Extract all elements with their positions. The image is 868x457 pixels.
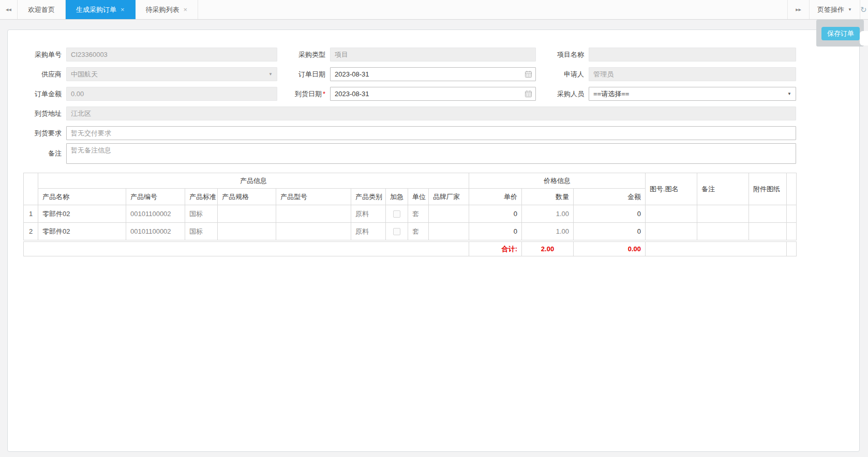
cell-product-name: 零部件02 [38, 223, 126, 240]
purchase-order-form: 采购单号 采购类型 项目名称 供应商 中国航天 ▼ 订单日期 [8, 30, 859, 164]
order-date-field[interactable] [330, 67, 536, 81]
urgent-checkbox[interactable] [393, 228, 400, 235]
cell-product-spec [218, 223, 276, 240]
tab-label: 待采购列表 [146, 5, 179, 14]
product-standard-header: 产品标准 [185, 189, 218, 205]
cell-spacer [787, 205, 797, 223]
cell-remark [697, 205, 749, 223]
scroll-left-icon: ◀◀ [6, 8, 11, 12]
arrival-date-field[interactable] [330, 87, 536, 101]
drawing-header: 图号.图名 [646, 173, 697, 205]
arrival-date-label-text: 到货日期 [295, 90, 322, 98]
tab-bar-right-controls: ▶▶ 页签操作 ▼ ↻ [787, 0, 868, 19]
refresh-glyph: ↻ [860, 5, 867, 14]
tab-welcome-home[interactable]: 欢迎首页 [18, 0, 66, 19]
total-amount: 0.00 [574, 242, 646, 256]
tab-label: 生成采购订单 [76, 5, 116, 14]
tab-operations-label: 页签操作 [817, 5, 844, 14]
arrival-address-label: 到货地址 [8, 106, 66, 120]
cell-product-code: 00101100002 [126, 223, 185, 240]
project-name-label: 项目名称 [536, 48, 589, 62]
cell-product-model [276, 223, 351, 240]
price-info-group-header: 价格信息 [469, 173, 646, 189]
corner-decoration [860, 31, 868, 45]
tab-label: 欢迎首页 [28, 5, 55, 14]
required-asterisk: * [323, 90, 325, 98]
cell-drawing [646, 205, 697, 223]
po-type-field [330, 48, 536, 62]
close-icon[interactable]: × [184, 6, 188, 13]
cell-brand [429, 223, 469, 240]
po-number-label: 采购单号 [8, 48, 66, 62]
cell-unit: 套 [408, 205, 429, 223]
chevron-down-icon: ▼ [848, 7, 852, 12]
cell-product-code: 00101100002 [126, 205, 185, 223]
calendar-icon [525, 70, 532, 78]
po-type-label: 采购类型 [277, 48, 330, 62]
brand-header: 品牌厂家 [429, 189, 469, 205]
close-icon[interactable]: × [121, 6, 125, 13]
cell-attachment [749, 205, 787, 223]
scroll-right-icon: ▶▶ [796, 8, 801, 12]
applicant-field [589, 67, 796, 81]
total-empty-cell [24, 242, 469, 256]
form-row: 到货地址 [8, 106, 859, 120]
form-row: 到货要求 [8, 126, 859, 140]
cell-unit-price: 0 [469, 223, 522, 240]
attachment-header: 附件图纸 [749, 173, 787, 205]
tab-pending-purchase-list[interactable]: 待采购列表 × [136, 0, 199, 19]
cell-spacer [787, 223, 797, 240]
arrival-address-field [66, 106, 796, 120]
cell-quantity: 1.00 [522, 223, 574, 240]
product-grid: 产品信息 价格信息 图号.图名 备注 附件图纸 产品名称 产品编号 产品标准 产… [23, 173, 797, 240]
arrival-requirement-field[interactable] [66, 126, 796, 140]
order-date-picker[interactable] [330, 67, 536, 81]
cell-product-category: 原料 [351, 205, 386, 223]
spacer-header [787, 173, 797, 205]
action-toolbar: 保存订单 [816, 20, 864, 47]
form-row: 供应商 中国航天 ▼ 订单日期 申请人 [8, 67, 859, 81]
applicant-label: 申请人 [536, 67, 589, 81]
supplier-select: 中国航天 ▼ [66, 67, 277, 81]
total-label: 合计: [469, 242, 522, 256]
buyer-select[interactable]: ==请选择== ▼ [589, 87, 796, 101]
order-date-label: 订单日期 [277, 67, 330, 81]
total-empty-cell [646, 242, 787, 256]
order-amount-label: 订单金额 [8, 87, 66, 101]
tab-generate-purchase-order[interactable]: 生成采购订单 × [66, 0, 136, 19]
amount-header: 金额 [574, 189, 646, 205]
cell-row-number: 2 [24, 223, 38, 240]
urgent-header: 加急 [386, 189, 408, 205]
scroll-tabs-left-button[interactable]: ◀◀ [0, 0, 18, 19]
tab-operations-dropdown[interactable]: 页签操作 ▼ [809, 0, 860, 19]
cell-unit-price: 0 [469, 205, 522, 223]
arrival-requirement-label: 到货要求 [8, 126, 66, 140]
form-row: 订单金额 到货日期* 采购人员 ==请选择== ▼ [8, 87, 859, 101]
cell-brand [429, 205, 469, 223]
remark-field[interactable] [66, 143, 796, 164]
cell-remark [697, 223, 749, 240]
supplier-value: 中国航天 [66, 67, 277, 81]
cell-drawing [646, 223, 697, 240]
tab-bar: ◀◀ 欢迎首页 生成采购订单 × 待采购列表 × ▶▶ 页签操作 ▼ ↻ [0, 0, 868, 20]
total-quantity: 2.00 [522, 242, 574, 256]
remark-label: 备注 [8, 143, 66, 164]
save-order-button[interactable]: 保存订单 [821, 27, 860, 40]
scroll-tabs-right-button[interactable]: ▶▶ [787, 0, 809, 19]
arrival-date-picker[interactable] [330, 87, 536, 101]
product-model-header: 产品型号 [276, 189, 351, 205]
cell-urgent [386, 205, 408, 223]
row-number-header [24, 173, 38, 205]
cell-quantity: 1.00 [522, 205, 574, 223]
quantity-header: 数量 [522, 189, 574, 205]
arrival-date-label: 到货日期* [277, 87, 330, 101]
table-row: 2 零部件02 00101100002 国标 原料 套 0 1.00 0 [24, 223, 797, 240]
cell-product-standard: 国标 [185, 223, 218, 240]
cell-product-model [276, 205, 351, 223]
calendar-icon [525, 90, 532, 98]
cell-amount: 0 [574, 223, 646, 240]
urgent-checkbox[interactable] [393, 210, 400, 218]
refresh-icon[interactable]: ↻ [860, 0, 868, 19]
product-category-header: 产品类别 [351, 189, 386, 205]
product-spec-header: 产品规格 [218, 189, 276, 205]
